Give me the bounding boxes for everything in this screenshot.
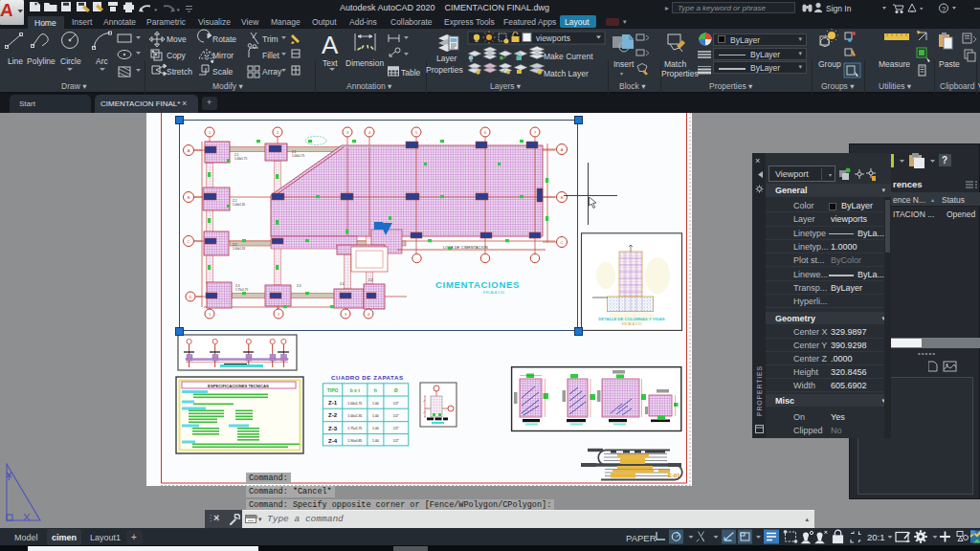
svg-text:Z-1: Z-1 — [328, 400, 338, 406]
svg-text:ESCALA 1:25: ESCALA 1:25 — [622, 322, 642, 326]
svg-text:20:1: 20:1 — [867, 532, 885, 542]
svg-text:Ø: Ø — [394, 387, 398, 393]
svg-text:1.75x1.75: 1.75x1.75 — [347, 427, 362, 430]
svg-text:b x t: b x t — [350, 387, 361, 393]
svg-text:1/2": 1/2" — [393, 439, 400, 443]
svg-text:Sign In: Sign In — [826, 4, 852, 13]
svg-text:1.00x1.35: 1.00x1.35 — [347, 414, 362, 418]
svg-text:1/2": 1/2" — [393, 414, 400, 418]
svg-text:E-01: E-01 — [668, 473, 680, 478]
svg-text:1.90x0.85: 1.90x0.85 — [347, 439, 362, 443]
svg-text:1/2": 1/2" — [393, 402, 400, 406]
svg-text:1.00: 1.00 — [372, 402, 379, 406]
svg-text:viewports: viewports — [536, 33, 570, 43]
svg-text:ESPECIFICACIONES TECNICAS: ESPECIFICACIONES TECNICAS — [208, 384, 269, 388]
svg-text:1.00: 1.00 — [372, 427, 379, 430]
svg-text:?: ? — [942, 155, 947, 165]
svg-text:DETALLE DE COLUMNAS Y VIGAS: DETALLE DE COLUMNAS Y VIGAS — [598, 317, 665, 321]
svg-text:A: A — [322, 31, 339, 59]
svg-text:h: h — [374, 387, 377, 393]
svg-text:Z-2: Z-2 — [328, 412, 338, 418]
svg-text:TIPO: TIPO — [327, 387, 339, 393]
svg-text:?: ? — [942, 5, 946, 13]
svg-text:1.00x1.75: 1.00x1.75 — [347, 402, 362, 406]
svg-text:Z-3: Z-3 — [328, 426, 338, 431]
svg-text:1.00: 1.00 — [372, 439, 379, 443]
svg-text:CUADRO DE ZAPATAS: CUADRO DE ZAPATAS — [331, 374, 404, 381]
svg-text:A: A — [0, 0, 14, 20]
svg-text:1/2": 1/2" — [393, 427, 400, 430]
svg-text:Z-4: Z-4 — [328, 438, 338, 444]
svg-text:1.00: 1.00 — [372, 414, 379, 418]
